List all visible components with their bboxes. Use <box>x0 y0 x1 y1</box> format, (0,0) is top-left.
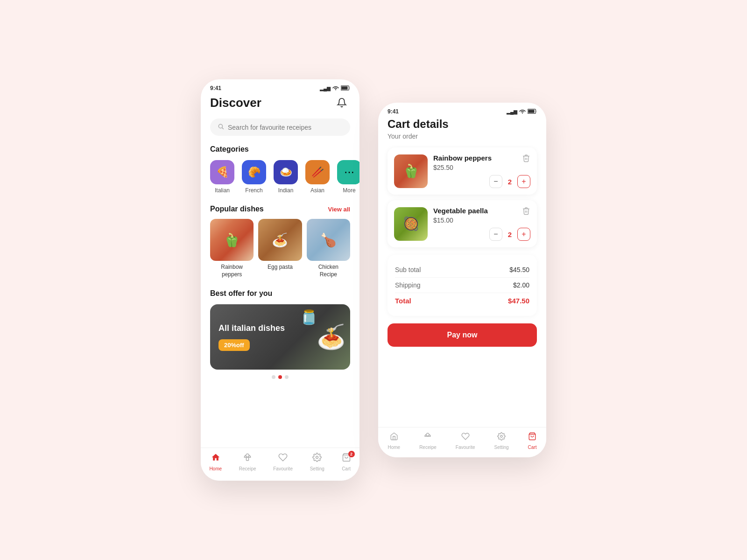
search-input[interactable] <box>228 124 343 131</box>
svg-point-2 <box>218 124 222 128</box>
chicken-recipe-image <box>307 219 350 261</box>
page-title: Discover <box>210 96 261 110</box>
banner-title: All italian dishes <box>218 323 285 334</box>
vegetable-paella-cart-name: Vegetable paella <box>433 207 530 215</box>
view-all-button[interactable]: View all <box>328 206 350 213</box>
nav-setting[interactable]: Setting <box>310 453 324 471</box>
favourite-icon <box>278 453 288 464</box>
dish-chicken-recipe[interactable]: ChickenRecipe <box>307 219 350 278</box>
vegetable-paella-minus-button[interactable]: − <box>489 228 502 241</box>
category-french[interactable]: 🥐 French <box>242 160 266 194</box>
notification-bell-icon[interactable] <box>333 94 350 111</box>
nav-receipe-label: Receipe <box>239 466 256 471</box>
rainbow-peppers-minus-button[interactable]: − <box>489 175 502 188</box>
cart-content: Cart details Your order 🫑 Rainbow pepper… <box>378 118 546 354</box>
cart-home-icon <box>390 432 398 443</box>
category-more[interactable]: ⋯ More <box>337 160 359 194</box>
vegetable-paella-plus-button[interactable]: + <box>517 228 530 241</box>
cart-nav-favourite-label: Favourite <box>456 445 475 450</box>
bottom-nav-left: Home Receipe Favourite Setting 2 Car <box>201 448 359 481</box>
cart-nav-setting-label: Setting <box>494 445 508 450</box>
rainbow-peppers-image <box>210 219 254 261</box>
rainbow-peppers-qty: 2 <box>506 178 514 186</box>
battery-icon-right <box>528 109 537 115</box>
status-bar-left: 9:41 ▂▄▆ <box>201 79 359 94</box>
vegetable-paella-qty-control: − 2 + <box>433 228 530 241</box>
svg-point-10 <box>500 435 503 438</box>
svg-rect-1 <box>341 86 347 90</box>
status-icons-right: ▂▄▆ <box>507 108 537 115</box>
signal-icon-right: ▂▄▆ <box>507 109 517 114</box>
cart-nav-receipe-label: Receipe <box>419 445 437 450</box>
wifi-icon-right <box>519 108 526 115</box>
nav-setting-label: Setting <box>310 466 324 471</box>
cart-nav-home[interactable]: Home <box>388 432 400 450</box>
shipping-row: Shipping $2.00 <box>395 278 529 293</box>
popular-section-title: Popular dishes <box>210 205 264 213</box>
nav-favourite-label: Favourite <box>273 466 293 471</box>
category-asian[interactable]: 🥢 Asian <box>305 160 330 194</box>
categories-section-title: Categories <box>210 145 350 154</box>
shipping-label: Shipping <box>395 281 421 289</box>
cart-badge-count: 2 <box>348 451 355 457</box>
receipe-icon <box>243 453 252 464</box>
subtotal-value: $45.50 <box>509 266 529 273</box>
dot-3[interactable] <box>285 375 289 379</box>
popular-dishes-list: Rainbowpeppers Egg pasta ChickenRecipe <box>210 219 350 278</box>
chicken-recipe-label: ChickenRecipe <box>307 264 350 278</box>
banner-discount-badge: 20%off <box>218 339 250 351</box>
banner-food-icon: 🍝 <box>317 323 345 350</box>
search-bar[interactable] <box>210 119 350 136</box>
dot-1[interactable] <box>272 375 275 379</box>
svg-point-5 <box>316 456 318 459</box>
best-offer-banner[interactable]: All italian dishes 20%off 🫙 🍝 <box>210 304 350 370</box>
categories-list: 🍕 Italian 🥐 French 🍛 Indian 🥢 Asian ⋯ Mo… <box>210 160 350 194</box>
home-icon <box>211 453 220 464</box>
order-summary: Sub total $45.50 Shipping $2.00 Total $4… <box>388 255 537 316</box>
battery-icon <box>341 85 350 91</box>
subtotal-label: Sub total <box>395 266 421 273</box>
cart-nav-receipe[interactable]: Receipe <box>419 432 437 450</box>
dish-rainbow-peppers[interactable]: Rainbowpeppers <box>210 219 254 278</box>
category-italian[interactable]: 🍕 Italian <box>210 160 234 194</box>
category-indian[interactable]: 🍛 Indian <box>274 160 298 194</box>
rainbow-peppers-delete-icon[interactable] <box>522 154 530 165</box>
more-icon: ⋯ <box>337 160 359 184</box>
setting-icon <box>312 453 322 464</box>
cart-item-rainbow-info: Rainbow peppers $25.50 − 2 + <box>433 154 530 188</box>
nav-favourite[interactable]: Favourite <box>273 453 293 471</box>
shipping-value: $2.00 <box>513 281 529 289</box>
cart-title: Cart details <box>388 118 537 131</box>
signal-icon: ▂▄▆ <box>320 86 331 91</box>
egg-pasta-label: Egg pasta <box>258 264 302 271</box>
total-value: $47.50 <box>508 297 529 305</box>
cart-nav-setting[interactable]: Setting <box>494 432 508 450</box>
svg-point-9 <box>426 433 429 436</box>
cart-nav-home-label: Home <box>388 445 400 450</box>
nav-cart[interactable]: 2 Cart <box>342 453 351 471</box>
dot-2[interactable] <box>278 375 282 379</box>
cart-cart-icon <box>528 432 536 443</box>
dish-egg-pasta[interactable]: Egg pasta <box>258 219 302 278</box>
rainbow-peppers-cart-name: Rainbow peppers <box>433 154 530 162</box>
rainbow-peppers-cart-image: 🫑 <box>394 154 428 188</box>
cart-phone: 9:41 ▂▄▆ Cart details Your order 🫑 Rainb… <box>378 103 546 457</box>
discover-header: Discover <box>210 94 350 111</box>
cart-nav-favourite[interactable]: Favourite <box>456 432 475 450</box>
vegetable-paella-delete-icon[interactable] <box>522 207 530 217</box>
subtotal-row: Sub total $45.50 <box>395 262 529 278</box>
cart-receipe-icon <box>423 432 432 443</box>
total-row: Total $47.50 <box>395 293 529 308</box>
nav-home[interactable]: Home <box>209 453 222 471</box>
pay-now-button[interactable]: Pay now <box>388 323 537 347</box>
cart-nav-cart[interactable]: Cart <box>528 432 537 450</box>
rainbow-peppers-plus-button[interactable]: + <box>517 175 530 188</box>
time-right: 9:41 <box>388 108 399 115</box>
total-label: Total <box>395 297 411 305</box>
cart-bottom-nav: Home Receipe Favourite Setting Cart <box>378 427 546 457</box>
wifi-icon <box>332 85 339 91</box>
nav-receipe[interactable]: Receipe <box>239 453 256 471</box>
vegetable-paella-cart-price: $15.00 <box>433 217 530 224</box>
svg-rect-8 <box>528 110 534 113</box>
italian-label: Italian <box>215 187 230 194</box>
